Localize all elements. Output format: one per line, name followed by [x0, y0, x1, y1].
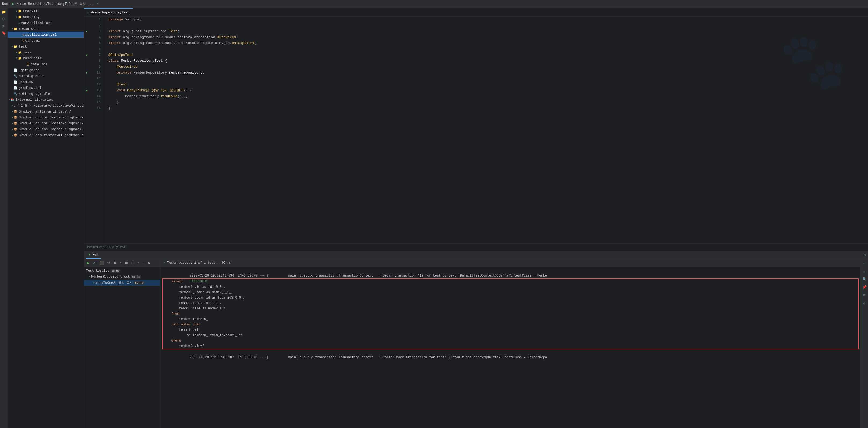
- gradle-file-icon: 🔧: [14, 92, 18, 95]
- lib-icon: 📦: [14, 116, 18, 119]
- sidebar-item-data-sql[interactable]: ▶ 🗄 data.sql: [7, 61, 84, 67]
- file-icon: 📄: [14, 86, 18, 90]
- btn-check[interactable]: ✓: [92, 260, 97, 265]
- sidebar-item-label: van.yml: [25, 39, 40, 43]
- btn-expand[interactable]: ⊞: [124, 260, 129, 265]
- arrow-icon: ▶: [12, 134, 13, 137]
- test-results-tree: Test Results 86 ms ✓ MemberRepositoryTes…: [84, 267, 160, 428]
- arrow-icon: ▶: [12, 116, 13, 119]
- editor-footer: MemberRepositoryTest: [84, 243, 868, 251]
- gutter-10: ◆: [84, 70, 89, 76]
- test-method-item[interactable]: ✓ manyToOne은_정말_즉시 86 ms: [84, 280, 160, 286]
- sidebar-item-antlr[interactable]: ▶ 📦 Gradle: antlr:antlr:2.7.7: [7, 109, 84, 114]
- sidebar-item-label: Gradle: com.fasterxml.jackson.core:j...: [19, 133, 84, 137]
- sidebar-item-label: settings.gradle: [19, 92, 50, 96]
- sidebar-item-label: application.yml: [25, 33, 57, 37]
- gutter-6: [84, 46, 89, 52]
- sidebar-item-label: resources: [23, 56, 41, 60]
- gutter-13: ▶: [84, 88, 89, 93]
- sidebar-item-build-gradle[interactable]: ▶ 🔧 build.gradle: [7, 73, 84, 79]
- code-line-8: class MemberRepositoryTest {: [108, 58, 868, 64]
- lib-icon: 📚: [10, 98, 14, 102]
- sidebar-item-jackson-core[interactable]: ▶ 📦 Gradle: com.fasterxml.jackson.core:j…: [7, 132, 84, 138]
- sidebar-item-gitignore[interactable]: ▶ 📄 .gitignore: [7, 67, 84, 73]
- btn-collapse[interactable]: ⊟: [130, 260, 136, 265]
- passed-check-icon: ✓: [164, 261, 165, 265]
- folder-icon: 📁: [14, 45, 18, 48]
- sidebar-item-logback-core[interactable]: ▶ 📦 Gradle: ch.qos.logback:logback-core.…: [7, 126, 84, 132]
- code-editor[interactable]: ◆ ◆ ◆ ▶ 1 2: [84, 17, 868, 243]
- expand-btn[interactable]: ⊞: [862, 292, 867, 298]
- sidebar-item-application-yml[interactable]: ▶ ⚙ application.yml: [7, 32, 84, 37]
- sidebar-item-readyml[interactable]: ▶ 📁 readyml: [7, 8, 84, 14]
- project-tool-btn[interactable]: 📁: [1, 9, 7, 15]
- sql-line-11: where: [162, 338, 858, 343]
- sidebar-item-label: Gradle: antlr:antlr:2.7.7: [19, 110, 71, 114]
- sidebar-item-resources2[interactable]: ▼ 📁 resources: [7, 55, 84, 61]
- pin-btn[interactable]: 📌: [862, 284, 867, 290]
- sql-line-10: on member0_.team_id=team1_.id: [162, 333, 858, 338]
- tab-file-icon: ☕: [87, 10, 89, 15]
- wrap-btn[interactable]: ↩: [862, 260, 867, 266]
- lib-icon: 📦: [14, 122, 18, 125]
- structure-tool-btn[interactable]: ≡: [1, 23, 7, 29]
- commit-tool-btn[interactable]: ⬡: [1, 16, 7, 22]
- code-line-2: [108, 23, 868, 28]
- sql-line-3: member0_.team_id as team_id3_0_0_,: [162, 295, 858, 301]
- sidebar-item-java[interactable]: ▶ 📁 java: [7, 49, 84, 55]
- sidebar-item-vanapplication[interactable]: ▶ ☕ VanApplication: [7, 20, 84, 26]
- softrap-btn[interactable]: ⋯: [862, 268, 867, 274]
- sidebar-item-resources[interactable]: ▼ 📁 resources: [7, 26, 84, 32]
- btn-more[interactable]: »: [147, 260, 151, 265]
- sidebar-item-jvm[interactable]: ▶ ☕ < 1.8 > /Library/Java/JavaVirtualMa.…: [7, 103, 84, 109]
- folder-icon: 📁: [18, 15, 22, 19]
- sql-line-12: member0_.id=?: [162, 343, 858, 349]
- btn-stop[interactable]: ⬛: [98, 260, 105, 265]
- folder-icon: 📁: [18, 57, 22, 60]
- sidebar-item-external-libraries[interactable]: ▼ 📚 External Libraries: [7, 97, 84, 103]
- sidebar-item-test[interactable]: ▼ 📁 test: [7, 44, 84, 49]
- sidebar-item-label: < 1.8 > /Library/Java/JavaVirtualMa...: [17, 104, 84, 108]
- method-check-icon: ✓: [93, 281, 94, 285]
- btn-sort2[interactable]: ↕: [119, 260, 123, 265]
- code-content[interactable]: package van.jpa; import org.junit.jupite…: [104, 17, 868, 243]
- console-panel[interactable]: 2020-03-20 19:09:43.834 INFO 89678 --- […: [160, 267, 861, 428]
- jdk-icon: ☕: [14, 104, 16, 107]
- sidebar-item-label: Gradle: ch.qos.logback:logback-clas...: [19, 121, 84, 125]
- sql-file-icon: 🗄: [27, 62, 30, 66]
- filter-btn[interactable]: 🔍: [862, 276, 867, 282]
- yml-file-icon: ⚙: [22, 39, 24, 42]
- btn-rerun2[interactable]: ↺: [106, 260, 111, 265]
- console-line-last: 2020-03-20 19:09:43.907 INFO 89678 --- […: [162, 349, 858, 355]
- run-tab-close[interactable]: ×: [96, 2, 98, 6]
- git-file-icon: 📄: [14, 68, 18, 72]
- bottom-tab-run[interactable]: ▶ Run: [86, 251, 101, 259]
- bookmarks-tool-btn[interactable]: 🔖: [1, 30, 7, 36]
- editor-tab-memberrepository[interactable]: ☕ MemberRepositoryTest: [84, 8, 133, 17]
- sidebar-item-security[interactable]: ▶ 📁 security: [7, 14, 84, 20]
- gutter-11: [84, 76, 89, 82]
- lib-icon: 📦: [14, 134, 18, 137]
- code-line-9: @Autowired: [108, 64, 868, 70]
- gutter-8: [84, 58, 89, 64]
- gear-icon[interactable]: ⚙: [864, 253, 866, 257]
- btn-rerun[interactable]: ▶: [86, 260, 91, 265]
- sidebar-item-gradlew-bat[interactable]: ▶ 📄 gradlew.bat: [7, 85, 84, 91]
- sidebar-item-settings-gradle[interactable]: ▶ 🔧 settings.gradle: [7, 91, 84, 97]
- btn-up[interactable]: ↑: [137, 260, 141, 265]
- sidebar-item-gradlew[interactable]: ▶ 📄 gradlew: [7, 79, 84, 85]
- code-line-11: [108, 76, 868, 82]
- code-line-16: }: [108, 105, 868, 111]
- cog-btn[interactable]: ⚙: [862, 301, 867, 306]
- btn-sort[interactable]: ⇅: [113, 260, 118, 265]
- code-line-15: }: [108, 99, 868, 105]
- test-suite-item[interactable]: ✓ MemberRepositoryTest 86 ms: [84, 274, 160, 280]
- sidebar-item-logback-cls[interactable]: ▶ 📦 Gradle: ch.qos.logback:logback-clas.…: [7, 120, 84, 126]
- btn-down[interactable]: ↓: [142, 260, 146, 265]
- sidebar-item-logback-acc[interactable]: ▶ 📦 Gradle: ch.qos.logback:logback-acce.…: [7, 114, 84, 120]
- sidebar-item-van-yml[interactable]: ▶ ⚙ van.yml: [7, 37, 84, 44]
- sql-line-5: team1_.name as name2_1_1_: [162, 306, 858, 311]
- arrow-icon: ▼: [8, 98, 10, 101]
- editor-footer-filename: MemberRepositoryTest: [87, 246, 126, 249]
- bottom-settings[interactable]: ⚙: [864, 253, 866, 257]
